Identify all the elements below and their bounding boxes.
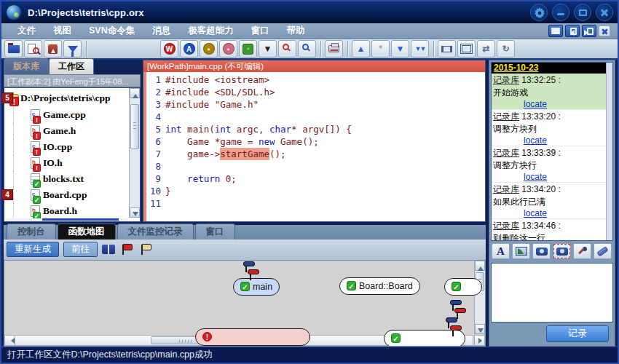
export-package-icon[interactable]	[44, 40, 62, 58]
tree-item-Game.cpp[interactable]: ! Game.cpp	[6, 107, 128, 123]
maximize-button[interactable]	[574, 4, 591, 21]
scroll-up-icon[interactable]	[130, 88, 140, 98]
translate-tool-icon[interactable]: A	[180, 40, 198, 58]
camera-region-button[interactable]	[553, 243, 571, 259]
minimize-button[interactable]	[552, 4, 569, 21]
scrollbar-thumb[interactable]	[130, 104, 139, 149]
pin-tool-button[interactable]	[573, 243, 591, 259]
tab-workspace[interactable]: 工作区	[49, 58, 94, 74]
fit-frame-icon[interactable]	[457, 40, 476, 58]
scroll-up-icon[interactable]	[475, 261, 485, 271]
note-input[interactable]	[491, 263, 613, 323]
menu-item-5[interactable]: 窗口	[243, 25, 278, 37]
locate-link[interactable]: locate	[524, 208, 547, 218]
flag-red-icon[interactable]	[248, 269, 259, 274]
file-tree[interactable]: ! D:\Projects\tetris\cpp ! Game.cpp ! Ga…	[4, 87, 141, 222]
settings-button[interactable]	[530, 4, 548, 21]
fit-width-icon[interactable]	[438, 40, 456, 58]
locate-link[interactable]: locate	[524, 135, 547, 146]
tree-item-blocks.txt[interactable]: ✓ blocks.txt	[6, 171, 128, 187]
jump-bottom-icon[interactable]: ▼▼	[411, 40, 429, 58]
jump-next-icon[interactable]: ▼	[391, 40, 409, 58]
search-file-icon[interactable]	[24, 40, 42, 58]
picture-tool-button[interactable]	[512, 243, 530, 259]
flag-red-icon[interactable]	[450, 325, 462, 331]
menu-item-0[interactable]: 文件	[9, 25, 44, 37]
word-tool-icon[interactable]: W	[160, 40, 178, 58]
scroll-down-icon[interactable]	[475, 324, 485, 334]
jump-top-icon[interactable]: ▲	[352, 40, 370, 58]
log-scrollbar[interactable]	[606, 63, 612, 240]
code-line: 9 return 0;	[146, 173, 485, 185]
tree-item-Board.cpp[interactable]: ✓ Board.cpp	[6, 187, 128, 203]
map-vertical-scrollbar[interactable]	[474, 261, 485, 334]
tree-vertical-scrollbar[interactable]	[129, 88, 140, 218]
code-editor[interactable]: [WorkPath]main.cpp (不可编辑) 1#include <ios…	[143, 60, 486, 222]
menu-item-6[interactable]: 帮助	[278, 25, 314, 37]
function-node[interactable]: !	[195, 328, 310, 346]
flag-navy-icon[interactable]	[243, 261, 255, 266]
text-icon: A	[497, 245, 505, 258]
locate-link[interactable]: locate	[524, 99, 547, 109]
tree-item-IO.cpp[interactable]: ! IO.cpp	[6, 139, 128, 155]
window-back-button[interactable]	[565, 25, 580, 37]
swap-panes-icon[interactable]: ⇄	[477, 40, 495, 58]
coin-tool-icon[interactable]: ▪	[200, 40, 218, 58]
scroll-right-icon[interactable]	[474, 335, 485, 346]
bookmark-disabled-icon[interactable]: *	[371, 40, 390, 58]
flag-red-icon[interactable]	[119, 242, 134, 257]
zoom-out-icon[interactable]	[278, 40, 296, 58]
tree-item-Game.h[interactable]: ! Game.h	[6, 123, 128, 139]
tree-item-Board.h[interactable]: ✓ Board.h	[6, 203, 128, 219]
flag-navy-icon[interactable]	[450, 300, 462, 305]
text-tool-button[interactable]: A	[492, 243, 510, 259]
bottom-tab-0[interactable]: 控制台	[7, 223, 56, 240]
tab-repository[interactable]: 版本库	[4, 58, 49, 74]
more-dropdown-icon[interactable]: ▼	[259, 40, 277, 58]
log-list[interactable]: 2015-10-23记录库 13:32:25 : 开始游戏 locate记录库 …	[491, 62, 613, 241]
goto-button[interactable]: 前往	[63, 242, 98, 257]
close-button[interactable]	[596, 4, 613, 21]
map-icon[interactable]	[102, 245, 115, 254]
regenerate-button[interactable]: 重新生成	[7, 242, 59, 257]
image-tool-icon[interactable]: ▫	[239, 40, 257, 58]
close-document-button[interactable]	[599, 25, 610, 36]
title-bar[interactable]: D:\Projects\tetris\cpp.orx	[1, 1, 618, 23]
tree-root[interactable]: ! D:\Projects\tetris\cpp	[6, 90, 128, 107]
tree-horizontal-scrollbar[interactable]	[6, 218, 128, 221]
locate-link[interactable]: locate	[524, 172, 547, 182]
scroll-left-icon[interactable]	[5, 336, 15, 345]
print-preview-icon[interactable]	[325, 40, 343, 58]
menu-item-1[interactable]: 视图	[44, 25, 80, 37]
flag-red-icon[interactable]	[454, 308, 466, 313]
bottom-tab-1[interactable]: 函数地图	[58, 223, 116, 240]
function-map-canvas[interactable]: ✓ main✓ Board::Board✓ ! ✓	[4, 260, 486, 347]
flag-pale-icon[interactable]	[138, 242, 153, 257]
refresh-icon[interactable]: ↻	[497, 40, 515, 58]
editor-tab[interactable]: [WorkPath]main.cpp (不可编辑)	[143, 60, 485, 72]
function-node-Board::Board[interactable]: ✓ Board::Board	[339, 277, 420, 295]
log-entry: 记录库 13:33:20 : 调整方块列 locate	[492, 110, 606, 146]
bottom-tab-2[interactable]: 文件监控记录	[117, 223, 194, 240]
window-forward-button[interactable]	[582, 25, 596, 37]
log-entry: 记录库 13:32:25 : 开始游戏 locate	[492, 74, 606, 110]
bottom-tab-3[interactable]: 窗口	[195, 223, 235, 240]
function-node-main[interactable]: ✓ main	[233, 278, 280, 296]
flag-navy-icon[interactable]	[446, 317, 457, 323]
menu-item-3[interactable]: 消息	[143, 25, 179, 37]
record-button[interactable]: 记录	[546, 325, 609, 342]
open-folder-icon[interactable]	[4, 40, 23, 58]
filter-icon[interactable]	[63, 40, 82, 58]
tree-item-IO.h[interactable]: ! IO.h	[6, 155, 128, 171]
zoom-in-icon[interactable]	[298, 40, 316, 58]
file-icon-cpp: !	[31, 141, 42, 154]
menu-item-4[interactable]: 极客超能力	[179, 25, 243, 37]
window-list-button[interactable]	[548, 25, 563, 37]
media-tool-icon[interactable]: ▪	[219, 40, 237, 58]
code-view[interactable]: 1#include <iostream>2#include <SDL/SDL.h…	[143, 72, 485, 221]
camera-button[interactable]	[532, 243, 551, 259]
menu-item-2[interactable]: SVN命令集	[80, 25, 143, 37]
eraser-tool-button[interactable]	[594, 243, 612, 259]
function-node[interactable]: ✓	[444, 278, 482, 296]
scroll-down-icon[interactable]	[130, 207, 140, 218]
